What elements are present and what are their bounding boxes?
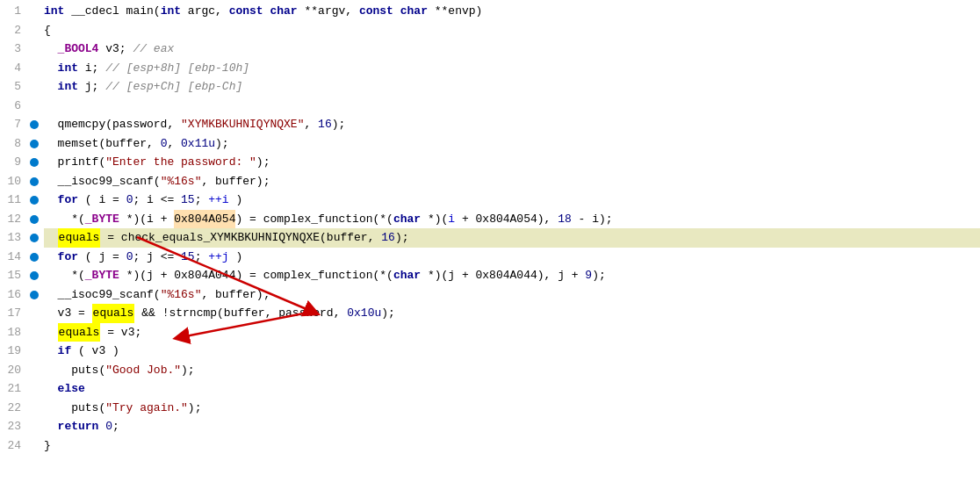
code-line-4: int i; // [esp+8h] [ebp-10h] [44, 59, 980, 78]
code-line-19: if ( v3 ) [44, 342, 980, 361]
code-line-13: equals = check_equals_XYMKBKUHNIQYNQXE(b… [44, 228, 980, 248]
code-line-24: } [44, 436, 980, 456]
line-numbers: 12345 678910 1112131415 1617181920 21222… [0, 0, 28, 497]
code-line-6 [44, 97, 980, 116]
breakpoint-16[interactable] [30, 291, 39, 299]
breakpoint-9[interactable] [30, 158, 39, 167]
code-line-20: puts("Good Job."); [44, 361, 980, 380]
code-line-18: equals = v3; [44, 323, 980, 342]
breakpoint-14[interactable] [30, 253, 39, 262]
code-line-10: __isoc99_scanf("%16s", buffer); [44, 172, 980, 191]
breakpoint-15[interactable] [30, 271, 39, 280]
breakpoint-7[interactable] [30, 120, 39, 129]
code-line-5: int j; // [esp+Ch] [ebp-Ch] [44, 77, 980, 97]
code-line-11: for ( i = 0; i <= 15; ++i ) [44, 191, 980, 210]
code-line-16: __isoc99_scanf("%16s", buffer); [44, 285, 980, 305]
breakpoint-13[interactable] [30, 234, 39, 242]
code-line-17: v3 = equals && !strncmp(buffer, password… [44, 304, 980, 323]
code-line-2: { [44, 21, 980, 40]
code-line-21: else [44, 379, 980, 399]
code-line-7: qmemcpy(password, "XYMKBKUHNIQYNQXE", 16… [44, 115, 980, 134]
code-line-14: for ( j = 0; j <= 15; ++j ) [44, 248, 980, 267]
code-line-9: printf("Enter the password: "); [44, 153, 980, 172]
code-line-23: return 0; [44, 417, 980, 436]
code-line-8: memset(buffer, 0, 0x11u); [44, 134, 980, 154]
code-line-15: *(_BYTE *)(j + 0x804A044) = complex_func… [44, 266, 980, 285]
breakpoint-column [28, 0, 40, 497]
breakpoint-11[interactable] [30, 196, 39, 205]
code-container: 12345 678910 1112131415 1617181920 21222… [0, 0, 980, 497]
code-line-12: *(_BYTE *)(i + 0x804A054) = complex_func… [44, 210, 980, 229]
breakpoint-12[interactable] [30, 215, 39, 224]
breakpoint-10[interactable] [30, 177, 39, 186]
code-line-1: int __cdecl main(int argc, const char **… [44, 2, 980, 21]
code-line-22: puts("Try again."); [44, 399, 980, 418]
code-area: int __cdecl main(int argc, const char **… [40, 0, 980, 497]
breakpoint-8[interactable] [30, 140, 39, 148]
code-line-3: _BOOL4 v3; // eax [44, 40, 980, 59]
